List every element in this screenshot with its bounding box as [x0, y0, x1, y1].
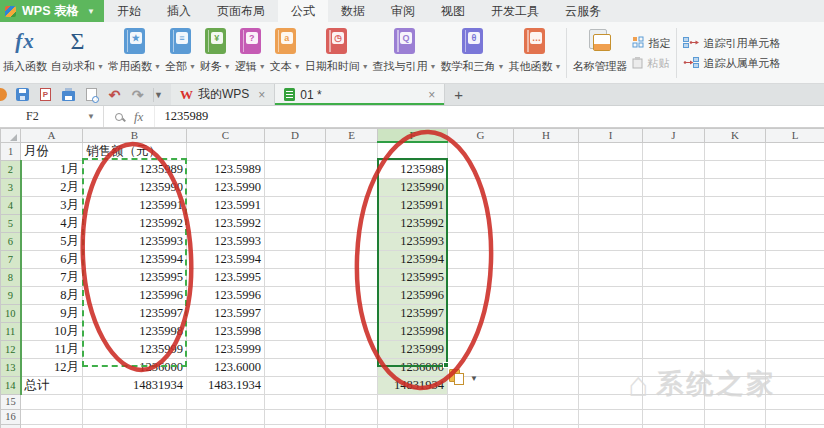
cell-H14[interactable]	[514, 376, 579, 394]
cell-H16[interactable]	[514, 409, 579, 424]
cell-B1[interactable]: 销售额（元）	[83, 142, 187, 160]
cell-G1[interactable]	[448, 142, 514, 160]
row-header-5[interactable]: 5	[1, 214, 21, 232]
cell-I1[interactable]	[579, 142, 643, 160]
cell-F11[interactable]: 1235998	[378, 322, 448, 340]
save-button[interactable]	[15, 87, 30, 103]
cell-I6[interactable]	[579, 232, 643, 250]
cell-G17[interactable]	[448, 424, 514, 428]
cell-B7[interactable]: 1235994	[83, 250, 187, 268]
cell-B14[interactable]: 14831934	[83, 376, 187, 394]
row-header-7[interactable]: 7	[1, 250, 21, 268]
cell-B2[interactable]: 1235989	[83, 160, 187, 178]
cell-L1[interactable]	[766, 142, 824, 160]
column-header-F[interactable]: F	[378, 129, 448, 143]
cell-B5[interactable]: 1235992	[83, 214, 187, 232]
row-header-10[interactable]: 10	[1, 304, 21, 322]
cell-G8[interactable]	[448, 268, 514, 286]
cell-I12[interactable]	[579, 340, 643, 358]
cell-C2[interactable]: 123.5989	[187, 160, 265, 178]
column-header-G[interactable]: G	[448, 129, 514, 143]
cell-G10[interactable]	[448, 304, 514, 322]
print-button[interactable]	[61, 87, 76, 103]
cell-J5[interactable]	[643, 214, 705, 232]
cell-K1[interactable]	[705, 142, 766, 160]
cell-I5[interactable]	[579, 214, 643, 232]
ribbon-item-全部[interactable]: ≡全部▼	[163, 23, 198, 83]
cell-I11[interactable]	[579, 322, 643, 340]
cell-H3[interactable]	[514, 178, 579, 196]
cell-A7[interactable]: 6月	[21, 250, 83, 268]
cell-E15[interactable]	[326, 394, 378, 409]
cell-H10[interactable]	[514, 304, 579, 322]
cell-B16[interactable]	[83, 409, 187, 424]
cell-A5[interactable]: 4月	[21, 214, 83, 232]
cell-H15[interactable]	[514, 394, 579, 409]
ribbon-item-常用函数[interactable]: ★常用函数▼	[106, 23, 163, 83]
ribbon-item-文本[interactable]: a文本▼	[268, 23, 303, 83]
cell-H17[interactable]	[514, 424, 579, 428]
cell-G6[interactable]	[448, 232, 514, 250]
cell-K3[interactable]	[705, 178, 766, 196]
redo-button[interactable]: ↷	[130, 87, 145, 103]
cell-K2[interactable]	[705, 160, 766, 178]
cell-E14[interactable]	[326, 376, 378, 394]
cell-D1[interactable]	[265, 142, 326, 160]
cell-L8[interactable]	[766, 268, 824, 286]
cell-K5[interactable]	[705, 214, 766, 232]
menu-tab-插入[interactable]: 插入	[154, 0, 204, 22]
cell-H12[interactable]	[514, 340, 579, 358]
cell-B9[interactable]: 1235996	[83, 286, 187, 304]
cell-K4[interactable]	[705, 196, 766, 214]
cell-D12[interactable]	[265, 340, 326, 358]
cell-J4[interactable]	[643, 196, 705, 214]
cell-H8[interactable]	[514, 268, 579, 286]
cell-F1[interactable]	[378, 142, 448, 160]
cell-B10[interactable]: 1235997	[83, 304, 187, 322]
cell-D17[interactable]	[265, 424, 326, 428]
cell-E6[interactable]	[326, 232, 378, 250]
cell-F9[interactable]: 1235996	[378, 286, 448, 304]
row-header-16[interactable]: 16	[1, 409, 21, 424]
cell-A17[interactable]	[21, 424, 83, 428]
cell-J2[interactable]	[643, 160, 705, 178]
search-icon[interactable]	[115, 113, 123, 121]
paste-options-button[interactable]: ▼	[449, 369, 478, 385]
app-menu-button[interactable]: WPS 表格 ▼	[0, 0, 104, 22]
formula-input[interactable]: 1235989	[154, 106, 824, 127]
cell-D10[interactable]	[265, 304, 326, 322]
row-header-15[interactable]: 15	[1, 394, 21, 409]
cell-D7[interactable]	[265, 250, 326, 268]
cell-D9[interactable]	[265, 286, 326, 304]
cell-L7[interactable]	[766, 250, 824, 268]
cell-K7[interactable]	[705, 250, 766, 268]
cell-L16[interactable]	[766, 409, 824, 424]
cell-C17[interactable]	[187, 424, 265, 428]
cell-E11[interactable]	[326, 322, 378, 340]
cell-I2[interactable]	[579, 160, 643, 178]
cell-L2[interactable]	[766, 160, 824, 178]
cell-A4[interactable]: 3月	[21, 196, 83, 214]
column-header-H[interactable]: H	[514, 129, 579, 143]
cell-C10[interactable]: 123.5997	[187, 304, 265, 322]
cell-C11[interactable]: 123.5998	[187, 322, 265, 340]
wps-menu-tab-icon[interactable]	[0, 88, 7, 101]
cell-F6[interactable]: 1235993	[378, 232, 448, 250]
cell-B3[interactable]: 1235990	[83, 178, 187, 196]
cell-D15[interactable]	[265, 394, 326, 409]
cell-D8[interactable]	[265, 268, 326, 286]
ribbon-item-追踪从属单元格[interactable]: 追踪从属单元格	[680, 56, 783, 71]
cell-A14[interactable]: 总计	[21, 376, 83, 394]
ribbon-item-财务[interactable]: ¥财务▼	[198, 23, 233, 83]
cell-K12[interactable]	[705, 340, 766, 358]
cell-C16[interactable]	[187, 409, 265, 424]
cell-A13[interactable]: 12月	[21, 358, 83, 376]
cell-E10[interactable]	[326, 304, 378, 322]
cell-B13[interactable]: 1236000	[83, 358, 187, 376]
cell-F3[interactable]: 1235990	[378, 178, 448, 196]
cell-D6[interactable]	[265, 232, 326, 250]
cell-E12[interactable]	[326, 340, 378, 358]
cell-J8[interactable]	[643, 268, 705, 286]
cell-F12[interactable]: 1235999	[378, 340, 448, 358]
row-header-13[interactable]: 13	[1, 358, 21, 376]
